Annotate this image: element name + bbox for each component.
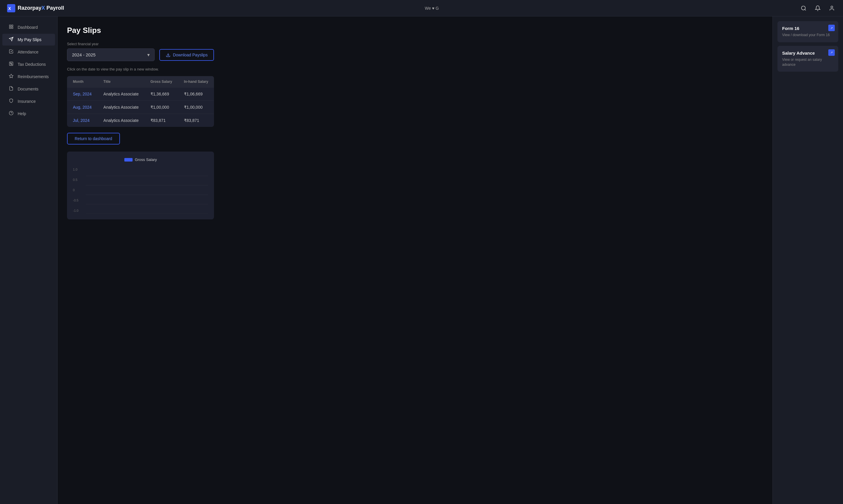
fy-select[interactable]: 2024 - 2025 2023 - 2024 2022 - 2023	[67, 49, 155, 61]
topbar-tagline: We ♥ G	[425, 6, 439, 11]
svg-point-2	[801, 6, 805, 10]
col-header-title: Title	[98, 76, 145, 88]
salary-advance-desc: View or request an salary advance	[782, 57, 833, 67]
sidebar: Dashboard My Pay Slips Attendance	[0, 16, 58, 504]
table-row: Jul, 2024 Analytics Associate ₹83,871 ₹8…	[67, 114, 214, 127]
salary-advance-title: Salary Advance	[782, 51, 833, 55]
pay-slips-icon	[8, 37, 14, 42]
razorpay-logo-icon: X	[7, 4, 15, 12]
salary-advance-arrow-icon: ↗	[828, 49, 835, 56]
sidebar-label-attendance: Attendance	[18, 50, 38, 54]
y-label-4: -0.5	[73, 199, 85, 202]
y-label-1: 1.0	[73, 168, 85, 171]
month-cell-0[interactable]: Sep, 2024	[67, 88, 98, 101]
page-title: Pay Slips	[67, 26, 214, 35]
svg-marker-15	[9, 74, 13, 78]
svg-line-3	[805, 9, 806, 10]
return-to-dashboard-button[interactable]: Return to dashboard	[67, 133, 120, 144]
sidebar-item-pay-slips[interactable]: My Pay Slips	[2, 34, 55, 46]
sidebar-item-reimbursements[interactable]: Reimbursements	[2, 71, 55, 83]
download-icon	[166, 53, 171, 57]
gross-cell-0: ₹1,36,669	[145, 88, 178, 101]
chart-area: 1.0 0.5 0 -0.5 -1.0	[73, 166, 208, 214]
sidebar-item-attendance[interactable]: Attendance	[2, 46, 55, 58]
sidebar-label-pay-slips: My Pay Slips	[18, 37, 41, 42]
y-label-3: 0	[73, 188, 85, 192]
search-icon[interactable]	[800, 4, 808, 12]
main-content: Pay Slips Select financial year 2024 - 2…	[58, 16, 223, 504]
fy-label: Select financial year	[67, 42, 214, 46]
form16-arrow-icon: ↗	[828, 25, 835, 31]
table-row: Aug, 2024 Analytics Associate ₹1,00,000 …	[67, 101, 214, 114]
legend-color-box	[124, 158, 133, 162]
col-header-inhand: In-hand Salary	[178, 76, 214, 88]
svg-rect-7	[12, 27, 13, 29]
svg-rect-6	[12, 25, 13, 26]
form16-desc: View / download your Form 16	[782, 33, 833, 38]
svg-point-12	[10, 63, 11, 64]
attendance-icon	[8, 49, 14, 55]
y-label-2: 0.5	[73, 178, 85, 181]
month-cell-2[interactable]: Jul, 2024	[67, 114, 98, 127]
tax-icon	[8, 61, 14, 67]
controls-row: 2024 - 2025 2023 - 2024 2022 - 2023 ▼ Do…	[67, 49, 214, 61]
bell-icon[interactable]	[813, 4, 822, 12]
sidebar-item-dashboard[interactable]: Dashboard	[2, 21, 55, 33]
topbar: X RazorpayX Payroll We ♥ G	[0, 0, 843, 16]
documents-icon	[8, 86, 14, 92]
sidebar-label-help: Help	[18, 111, 26, 116]
download-payslips-button[interactable]: Download Payslips	[159, 49, 214, 61]
col-header-gross: Gross Salary	[145, 76, 178, 88]
svg-point-4	[831, 6, 833, 8]
form16-card[interactable]: ↗ Form 16 View / download your Form 16	[777, 21, 838, 42]
title-cell-2: Analytics Associate	[98, 114, 145, 127]
sidebar-label-dashboard: Dashboard	[18, 25, 38, 30]
svg-line-11	[10, 63, 12, 64]
svg-rect-5	[10, 25, 11, 26]
sidebar-label-tax-deductions: Tax Deductions	[18, 62, 46, 67]
chart-svg	[73, 166, 208, 214]
fy-select-wrap: 2024 - 2025 2023 - 2024 2022 - 2023 ▼	[67, 49, 155, 61]
sidebar-item-tax-deductions[interactable]: Tax Deductions	[2, 58, 55, 70]
salary-advance-card[interactable]: ↗ Salary Advance View or request an sala…	[777, 46, 838, 72]
month-cell-1[interactable]: Aug, 2024	[67, 101, 98, 114]
payslip-table: Month Title Gross Salary In-hand Salary …	[67, 76, 214, 127]
brand-name: Razorpay	[18, 5, 41, 11]
table-header-row: Month Title Gross Salary In-hand Salary	[67, 76, 214, 88]
topbar-actions	[800, 4, 836, 12]
logo-area: X RazorpayX Payroll	[7, 4, 64, 12]
hint-text: Click on the date to view the pay slip i…	[67, 67, 214, 71]
insurance-icon	[8, 98, 14, 104]
sidebar-label-documents: Documents	[18, 87, 38, 91]
reimbursements-icon	[8, 74, 14, 79]
right-panel: ↗ Form 16 View / download your Form 16 ↗…	[772, 16, 843, 504]
form16-title: Form 16	[782, 26, 833, 31]
layout: Dashboard My Pay Slips Attendance	[0, 0, 843, 504]
inhand-cell-2: ₹83,871	[178, 114, 214, 127]
sidebar-item-insurance[interactable]: Insurance	[2, 95, 55, 107]
inhand-cell-1: ₹1,00,000	[178, 101, 214, 114]
sidebar-label-insurance: Insurance	[18, 99, 36, 104]
sidebar-item-help[interactable]: Help	[2, 108, 55, 120]
sidebar-item-documents[interactable]: Documents	[2, 83, 55, 95]
chart-legend: Gross Salary	[73, 158, 208, 162]
chart-container: Gross Salary 1.0 0.5 0 -0.5 -1.0	[67, 151, 214, 219]
user-icon[interactable]	[828, 4, 836, 12]
title-cell-1: Analytics Associate	[98, 101, 145, 114]
gross-cell-2: ₹83,871	[145, 114, 178, 127]
product-name: X	[41, 5, 45, 11]
logo-text: RazorpayX Payroll	[18, 5, 64, 11]
y-axis-labels: 1.0 0.5 0 -0.5 -1.0	[73, 166, 85, 214]
legend-label: Gross Salary	[135, 158, 157, 162]
download-btn-label: Download Payslips	[173, 53, 208, 57]
title-cell-0: Analytics Associate	[98, 88, 145, 101]
help-icon	[8, 111, 14, 116]
gross-cell-1: ₹1,00,000	[145, 101, 178, 114]
table-row: Sep, 2024 Analytics Associate ₹1,36,669 …	[67, 88, 214, 101]
y-label-5: -1.0	[73, 209, 85, 212]
col-header-month: Month	[67, 76, 98, 88]
svg-rect-8	[10, 27, 11, 29]
svg-text:X: X	[8, 6, 11, 11]
inhand-cell-0: ₹1,06,669	[178, 88, 214, 101]
svg-point-13	[12, 64, 12, 65]
